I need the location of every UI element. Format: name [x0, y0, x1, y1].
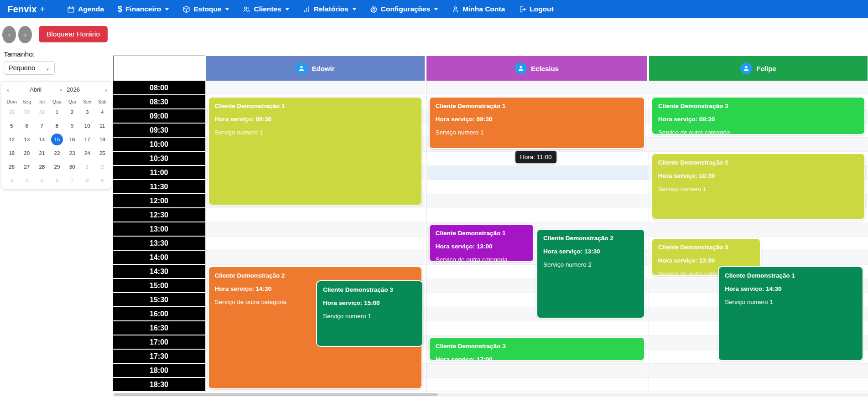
appointment-card[interactable]: Cliente Demonstração 3 Hora serviço: 17:… — [429, 337, 645, 361]
nav-item-configurações[interactable]: Configurações — [370, 5, 438, 13]
calendar-year[interactable]: 2026 — [67, 86, 80, 93]
time-cell[interactable] — [649, 364, 868, 378]
calendar-day[interactable]: 14 — [34, 133, 49, 146]
next-day-button[interactable]: › — [18, 26, 32, 43]
time-cell[interactable] — [206, 81, 425, 95]
appointment-card[interactable]: Cliente Demonstração 3 Hora serviço: 08:… — [651, 97, 865, 135]
nav-item-clientes[interactable]: Clientes — [243, 5, 289, 13]
calendar-day[interactable]: 6 — [49, 174, 64, 187]
nav-item-minha-conta[interactable]: Minha Conta — [452, 5, 505, 13]
appointment-time: Hora serviço: 08:30 — [215, 116, 416, 123]
calendar-day[interactable]: 2 — [65, 105, 80, 119]
block-schedule-button[interactable]: Bloquear Horário — [39, 26, 108, 42]
nav-items: Agenda$ Financeiro Estoque Clientes Rela… — [67, 5, 554, 14]
calendar-day[interactable]: 24 — [80, 146, 95, 160]
appointment-card[interactable]: Cliente Demonstração 2 Hora serviço: 13:… — [536, 229, 645, 319]
column-header-felipe[interactable]: Felipe — [649, 56, 868, 81]
calendar-day[interactable]: 1 — [80, 160, 95, 174]
time-cell[interactable] — [649, 378, 868, 392]
calendar-day[interactable]: 17 — [80, 133, 95, 146]
time-cell[interactable] — [426, 208, 648, 222]
nav-item-financeiro[interactable]: $ Financeiro — [118, 5, 169, 14]
calendar-day-selected[interactable]: 15 — [49, 133, 64, 146]
time-cell[interactable] — [649, 81, 868, 95]
time-cell[interactable] — [206, 208, 425, 222]
calendar-day[interactable]: 25 — [95, 146, 110, 160]
nav-item-estoque[interactable]: Estoque — [182, 5, 229, 13]
calendar-day[interactable]: 9 — [95, 174, 110, 187]
calendar-day[interactable]: 27 — [19, 160, 34, 174]
time-cell[interactable] — [426, 194, 648, 208]
appointment-service: Serviço numero 1 — [436, 129, 638, 136]
nav-item-agenda[interactable]: Agenda — [67, 5, 104, 13]
calendar-day[interactable]: 4 — [19, 174, 34, 187]
calendar-day[interactable]: 31 — [34, 105, 49, 119]
appointment-card[interactable]: Cliente Demonstração 1 Hora serviço: 13:… — [429, 224, 534, 262]
calendar-next-icon[interactable]: › — [105, 86, 107, 93]
calendar-day[interactable]: 21 — [34, 146, 49, 160]
brand-logo[interactable]: Fenvix + — [7, 4, 45, 15]
time-cell[interactable] — [206, 237, 425, 251]
calendar-day[interactable]: 20 — [19, 146, 34, 160]
time-cell[interactable] — [649, 222, 868, 237]
calendar-day[interactable]: 13 — [19, 133, 34, 146]
calendar-day[interactable]: 12 — [4, 133, 19, 146]
calendar-day[interactable]: 8 — [49, 119, 64, 133]
calendar-day[interactable]: 8 — [80, 174, 95, 187]
nav-item-relatórios[interactable]: Relatórios — [303, 5, 356, 13]
appointment-time: Hora serviço: 13:30 — [543, 248, 638, 255]
calendar-day[interactable]: 1 — [49, 105, 64, 119]
calendar-day[interactable]: 30 — [65, 160, 80, 174]
calendar-day[interactable]: 29 — [49, 160, 64, 174]
chevron-down-icon — [353, 8, 356, 10]
appointment-time: Hora serviço: 14:30 — [725, 285, 857, 292]
calendar-day[interactable]: 26 — [4, 160, 19, 174]
appointment-card[interactable]: Cliente Demonstração 3 Hora serviço: 15:… — [316, 280, 423, 347]
calendar-day[interactable]: 5 — [4, 119, 19, 133]
calendar-day[interactable]: 10 — [80, 119, 95, 133]
horizontal-scrollbar[interactable] — [113, 393, 868, 397]
calendar-day[interactable]: 30 — [19, 105, 34, 119]
calendar-day[interactable]: 6 — [19, 119, 34, 133]
hovered-time-cell[interactable] — [426, 166, 648, 180]
calendar-day[interactable]: 23 — [65, 146, 80, 160]
time-cell[interactable] — [206, 251, 425, 265]
calendar-day[interactable]: 16 — [65, 133, 80, 146]
time-cell[interactable] — [206, 222, 425, 237]
size-select-value: Pequeno — [9, 64, 35, 72]
prev-day-button[interactable]: ‹ — [2, 26, 16, 43]
time-cell[interactable] — [649, 138, 868, 152]
calendar-day[interactable]: 9 — [65, 119, 80, 133]
calendar-day[interactable]: 2 — [95, 160, 110, 174]
calendar-day[interactable]: 18 — [95, 133, 110, 146]
time-cell[interactable] — [426, 378, 648, 392]
chart-icon — [303, 5, 311, 13]
calendar-day[interactable]: 22 — [49, 146, 64, 160]
calendar-day[interactable]: 7 — [34, 119, 49, 133]
time-cell[interactable] — [426, 180, 648, 194]
calendar-day[interactable]: 29 — [4, 105, 19, 119]
column-header-edowir[interactable]: Edowir — [206, 56, 425, 81]
calendar-day[interactable]: 7 — [65, 174, 80, 187]
appointment-card[interactable]: Cliente Demonstração 1 Hora serviço: 08:… — [429, 97, 645, 149]
time-cell[interactable] — [426, 364, 648, 378]
appointment-card[interactable]: Cliente Demonstração 1 Hora serviço: 08:… — [208, 97, 422, 206]
time-cell[interactable] — [426, 321, 648, 335]
calendar-day[interactable]: 3 — [80, 105, 95, 119]
time-slot-label: 13:30 — [113, 237, 205, 250]
time-cell[interactable] — [426, 81, 648, 95]
calendar-day[interactable]: 28 — [34, 160, 49, 174]
calendar-day[interactable]: 19 — [4, 146, 19, 160]
scrollbar-thumb[interactable] — [114, 393, 438, 396]
calendar-month-select[interactable]: Abril — [30, 86, 42, 93]
calendar-day[interactable]: 5 — [34, 174, 49, 187]
calendar-day[interactable]: 4 — [95, 105, 110, 119]
appointment-card[interactable]: Cliente Demonstração 1 Hora serviço: 14:… — [718, 266, 863, 361]
nav-item-logout[interactable]: Logout — [519, 5, 554, 13]
calendar-day[interactable]: 3 — [4, 174, 19, 187]
calendar-day[interactable]: 11 — [95, 119, 110, 133]
size-select[interactable]: Pequeno ⌄ — [4, 61, 55, 75]
column-header-eclesius[interactable]: Eclesius — [426, 56, 647, 81]
calendar-prev-icon[interactable]: ‹ — [7, 86, 9, 93]
appointment-card[interactable]: Cliente Demonstração 2 Hora serviço: 10:… — [651, 153, 865, 220]
